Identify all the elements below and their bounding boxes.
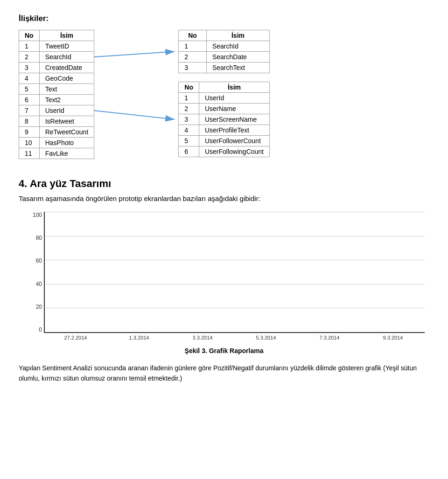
main-table-row: 3CreatedDate (19, 62, 94, 73)
y-label-0: 0 (39, 326, 42, 333)
user-table-row: 1UserId (179, 93, 270, 104)
user-table-header-no: No (179, 82, 199, 93)
main-table-cell: 11 (19, 148, 40, 159)
x-label: 9.3.2014 (361, 335, 425, 340)
user-table-cell: 5 (179, 136, 199, 146)
user-table-cell: UserId (199, 93, 269, 104)
main-table-row: 2SearchId (19, 52, 94, 62)
y-label-80: 80 (36, 235, 42, 241)
main-table-cell: 5 (19, 84, 40, 95)
x-label: 7.3.2014 (298, 335, 361, 340)
main-table-cell: ReTweetCount (39, 127, 94, 138)
main-table-row: 8IsRetweet (19, 116, 94, 127)
description: Yapılan Sentiment Analizi sonucunda aran… (19, 363, 429, 384)
gridline-80 (45, 236, 425, 236)
chart-caption: Şekil 3. Grafik Raporlama (19, 347, 429, 354)
main-table-cell: 1 (19, 41, 40, 52)
user-table-row: 3UserScreenName (179, 114, 270, 125)
main-table-cell: 6 (19, 95, 40, 105)
main-table-cell: GeoCode (39, 73, 94, 84)
search-table-cell: 2 (179, 52, 207, 62)
main-table-row: 9ReTweetCount (19, 127, 94, 138)
user-table-cell: 6 (179, 146, 199, 157)
gridline-60 (45, 260, 425, 260)
user-table-cell: 3 (179, 114, 199, 125)
search-table-row: 1SearchId (179, 41, 270, 52)
main-table-cell: 2 (19, 52, 40, 62)
user-table-cell: 1 (179, 93, 199, 104)
gridline-20 (45, 308, 425, 308)
user-table-row: 2UserName (179, 104, 270, 114)
user-table-header-isim: İsim (199, 82, 269, 93)
main-table-cell: 8 (19, 116, 40, 127)
main-table-cell: FavLike (39, 148, 94, 159)
main-table-row: 10HasPhoto (19, 138, 94, 148)
search-table-cell: SearchDate (206, 52, 269, 62)
user-table-cell: 4 (179, 125, 199, 136)
main-table-cell: TweetID (39, 41, 94, 52)
user-table-row: 6UserFollowingCount (179, 146, 270, 157)
main-table-cell: HasPhoto (39, 138, 94, 148)
search-table-cell: SearchText (206, 62, 269, 73)
search-table-row: 3SearchText (179, 62, 270, 73)
section4-subtitle: Tasarım aşamasında öngörülen prototip ek… (19, 194, 429, 202)
main-table-row: 4GeoCode (19, 73, 94, 84)
relations-title: İlişkiler: (19, 14, 429, 23)
y-label-20: 20 (36, 304, 42, 310)
y-label-100: 100 (33, 212, 42, 218)
main-table-row: 6Text2 (19, 95, 94, 105)
section4-title: 4. Ara yüz Tasarımı (19, 178, 429, 190)
y-label-40: 40 (36, 281, 42, 287)
main-table-cell: Text (39, 84, 94, 95)
svg-line-0 (94, 52, 175, 57)
x-label: 27.2.2014 (44, 335, 107, 340)
main-table-cell: Text2 (39, 95, 94, 105)
user-table-cell: UserScreenName (199, 114, 269, 125)
search-table-cell: 1 (179, 41, 207, 52)
main-table: No İsim 1TweetID2SearchId3CreatedDate4Ge… (19, 30, 94, 159)
user-table-row: 4UserProfileText (179, 125, 270, 136)
relations-wrapper: No İsim 1TweetID2SearchId3CreatedDate4Ge… (19, 30, 429, 159)
main-table-row: 11FavLike (19, 148, 94, 159)
main-table-cell: SearchId (39, 52, 94, 62)
x-label: 5.3.2014 (234, 335, 298, 340)
x-label: 3.3.2014 (171, 335, 234, 340)
main-table-cell: 3 (19, 62, 40, 73)
search-table-header-no: No (179, 30, 207, 41)
user-table-cell: UserFollowerCount (199, 136, 269, 146)
main-table-header-no: No (19, 30, 40, 41)
user-table-cell: UserProfileText (199, 125, 269, 136)
user-table-row: 5UserFollowerCount (179, 136, 270, 146)
main-table-cell: 7 (19, 105, 40, 116)
main-table-cell: IsRetweet (39, 116, 94, 127)
main-table-cell: 10 (19, 138, 40, 148)
user-table-cell: UserName (199, 104, 269, 114)
main-table-cell: 4 (19, 73, 40, 84)
main-table-row: 5Text (19, 84, 94, 95)
user-table-cell: UserFollowingCount (199, 146, 269, 157)
x-label: 1.3.2014 (107, 335, 171, 340)
main-table-header-isim: İsim (39, 30, 94, 41)
user-table: No İsim 1UserId2UserName3UserScreenName4… (178, 82, 270, 157)
gridline-40 (45, 284, 425, 285)
search-table-row: 2SearchDate (179, 52, 270, 62)
svg-line-1 (94, 111, 175, 119)
search-table-header-isim: İsim (206, 30, 269, 41)
main-table-cell: UserId (39, 105, 94, 116)
main-table-row: 7UserId (19, 105, 94, 116)
chart-container: 0 20 40 60 80 100 (23, 212, 425, 342)
y-label-60: 60 (36, 257, 42, 264)
user-table-cell: 2 (179, 104, 199, 114)
search-table-cell: SearchId (206, 41, 269, 52)
main-table-cell: CreatedDate (39, 62, 94, 73)
main-table-row: 1TweetID (19, 41, 94, 52)
main-table-cell: 9 (19, 127, 40, 138)
gridline-100 (45, 212, 425, 212)
search-table-cell: 3 (179, 62, 207, 73)
search-table: No İsim 1SearchId2SearchDate3SearchText (178, 30, 270, 73)
